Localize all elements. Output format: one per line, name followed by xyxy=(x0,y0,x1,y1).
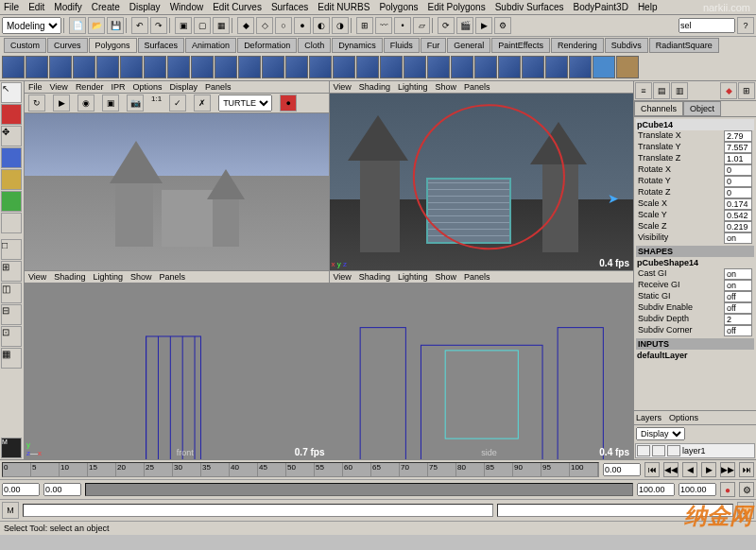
object-name[interactable]: pCube14 xyxy=(636,119,754,130)
goto-start-icon[interactable]: ⏮ xyxy=(644,462,660,477)
sel-input[interactable] xyxy=(679,18,735,33)
menu-editpolygons[interactable]: Edit Polygons xyxy=(428,2,486,12)
history-icon[interactable]: ⟳ xyxy=(438,17,455,34)
poly-tool3-icon[interactable] xyxy=(285,56,308,78)
lasso-tool-icon[interactable] xyxy=(1,104,22,125)
snap-grid-icon[interactable]: ⊞ xyxy=(356,17,373,34)
layer-type-box[interactable] xyxy=(652,445,665,456)
snap-plane-icon[interactable]: ▱ xyxy=(413,17,430,34)
select-comp-icon[interactable]: ▦ xyxy=(213,17,230,34)
layers-menu-options[interactable]: Options xyxy=(669,413,698,422)
menu-display[interactable]: Display xyxy=(129,2,161,12)
select-obj-icon[interactable]: ▢ xyxy=(194,17,211,34)
rv-snapshot-icon[interactable]: 📷 xyxy=(127,95,144,112)
shelf-tab-custom[interactable]: Custom xyxy=(4,38,46,53)
shelf-tab-surfaces[interactable]: Surfaces xyxy=(138,38,185,53)
vp-view-f[interactable]: View xyxy=(28,272,46,282)
mask-icon[interactable]: ◆ xyxy=(237,17,254,34)
menu-bodypaint[interactable]: BodyPaint3D xyxy=(574,2,628,12)
mask2-icon[interactable]: ◇ xyxy=(256,17,273,34)
play-fwd-icon[interactable]: ▶ xyxy=(701,462,716,477)
attr-value[interactable]: 0 xyxy=(724,187,752,198)
menu-create[interactable]: Create xyxy=(92,2,120,12)
menu-polygons[interactable]: Polygons xyxy=(379,2,418,12)
rv-keep-icon[interactable]: ✓ xyxy=(169,95,186,112)
attr-value[interactable]: 2.79 xyxy=(724,130,752,142)
mask5-icon[interactable]: ◐ xyxy=(313,17,330,34)
anim-end-input[interactable] xyxy=(679,483,716,496)
poly-tool7-icon[interactable] xyxy=(380,56,403,78)
mel-toggle-icon[interactable]: M xyxy=(2,502,19,519)
poly-helix-icon[interactable] xyxy=(215,56,237,78)
attr-value[interactable]: 0 xyxy=(724,164,752,176)
poly-tool14-icon[interactable] xyxy=(545,56,568,78)
poly-tool15-icon[interactable] xyxy=(569,56,592,78)
poly-prism-icon[interactable] xyxy=(144,56,166,78)
shelf-tab-painteffects[interactable]: PaintEffects xyxy=(491,38,550,53)
vp-shading-s[interactable]: Shading xyxy=(359,272,390,282)
layer-vis-box[interactable] xyxy=(637,445,650,456)
manip-tool-icon[interactable] xyxy=(1,191,22,212)
open-scene-icon[interactable]: 📂 xyxy=(88,17,105,34)
poly-tool11-icon[interactable] xyxy=(474,56,497,78)
attr-value[interactable]: 0.219 xyxy=(724,221,752,232)
render-globals-icon[interactable]: ⚙ xyxy=(494,17,511,34)
cb-icon1[interactable]: ≡ xyxy=(635,82,652,99)
poly-torus-icon[interactable] xyxy=(120,56,143,78)
vp-shading[interactable]: Shading xyxy=(359,82,390,92)
ipr-icon[interactable]: ▶ xyxy=(475,17,492,34)
vp-show[interactable]: Show xyxy=(435,82,456,92)
persp-content[interactable]: ➤ 0.4 fps x y z xyxy=(330,94,634,270)
poly-sphere-icon[interactable] xyxy=(2,56,25,78)
shelf-tab-polygons[interactable]: Polygons xyxy=(89,38,137,53)
inputs-name[interactable]: defaultLayer xyxy=(636,350,754,361)
menu-file[interactable]: File xyxy=(4,2,19,12)
poly-pipe-icon[interactable] xyxy=(191,56,214,78)
menu-help[interactable]: Help xyxy=(638,2,658,12)
shape-attr-value[interactable]: on xyxy=(724,280,752,291)
layer-color-box[interactable] xyxy=(667,445,680,456)
poly-plane-icon[interactable] xyxy=(96,56,119,78)
vp-shading-f[interactable]: Shading xyxy=(54,272,85,282)
attr-value[interactable]: on xyxy=(724,232,752,244)
attr-value[interactable]: 0.174 xyxy=(724,198,752,210)
menu-edit[interactable]: Edit xyxy=(28,2,44,12)
render-icon[interactable]: 🎬 xyxy=(456,17,473,34)
shelf-tab-curves[interactable]: Curves xyxy=(47,38,88,53)
shelf-tab-animation[interactable]: Animation xyxy=(185,38,236,53)
layout-custom-icon[interactable]: ▦ xyxy=(1,348,22,369)
poly-cone-icon[interactable] xyxy=(73,56,95,78)
cb-icon3[interactable]: ▥ xyxy=(671,82,688,99)
poly-cylinder-icon[interactable] xyxy=(49,56,72,78)
poly-tool13-icon[interactable] xyxy=(522,56,544,78)
mask4-icon[interactable]: ● xyxy=(294,17,311,34)
mel-icon[interactable] xyxy=(593,56,615,78)
shelf-tab-cloth[interactable]: Cloth xyxy=(298,38,331,53)
new-scene-icon[interactable]: 📄 xyxy=(69,17,86,34)
save-scene-icon[interactable]: 💾 xyxy=(107,17,124,34)
menu-window[interactable]: Window xyxy=(170,2,204,12)
rv-stop-icon[interactable]: ● xyxy=(280,95,297,112)
tab-channels[interactable]: Channels xyxy=(634,101,683,116)
shape-attr-value[interactable]: 2 xyxy=(724,314,752,325)
step-fwd-icon[interactable]: ▶▶ xyxy=(720,462,735,477)
layer-row[interactable]: layer1 xyxy=(635,443,755,458)
menu-editnurbs[interactable]: Edit NURBS xyxy=(318,2,369,12)
play-back-icon[interactable]: ◀ xyxy=(682,462,697,477)
anim-start-input[interactable] xyxy=(2,483,40,496)
ipt-icon[interactable] xyxy=(616,56,639,78)
render-content[interactable] xyxy=(25,113,329,270)
undo-icon[interactable]: ↶ xyxy=(131,17,148,34)
cb-icon5[interactable]: ⊞ xyxy=(738,82,755,99)
vp-lighting-f[interactable]: Lighting xyxy=(93,272,123,282)
rv-display[interactable]: Display xyxy=(169,82,198,92)
shelf-tab-fluids[interactable]: Fluids xyxy=(384,38,420,53)
layout-3-icon[interactable]: ⊡ xyxy=(1,326,22,347)
attr-value[interactable]: 1.01 xyxy=(724,153,752,164)
poly-tool1-icon[interactable] xyxy=(238,56,261,78)
rv-redo-icon[interactable]: ↻ xyxy=(28,95,45,112)
renderer-dropdown[interactable]: TURTLE xyxy=(218,95,272,112)
rv-view[interactable]: View xyxy=(50,82,68,92)
shape-attr-value[interactable]: off xyxy=(724,302,752,314)
vp-lighting-s[interactable]: Lighting xyxy=(398,272,428,282)
